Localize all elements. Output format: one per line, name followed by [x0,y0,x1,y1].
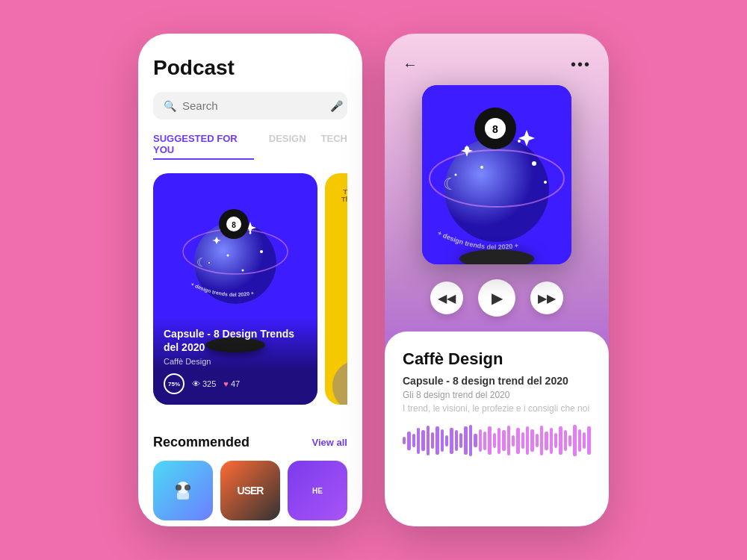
recommended-section: Recommended View all USER HE [138,420,362,520]
waveform-bar [583,432,586,449]
prev-icon: ◀◀ [438,291,456,305]
card-artwork: 8 ☾ + design trends del 2020 + [176,188,295,308]
waveform-bar [421,430,424,451]
episode-title: Capsule - 8 design trend del 2020 [403,375,591,387]
tab-suggested[interactable]: SUGGESTED FOR YOU [153,133,254,160]
waveform-bar [550,428,553,454]
svg-text:☾: ☾ [196,256,207,269]
back-button[interactable]: ← [403,56,418,73]
waveform-bar [431,432,434,449]
waveform-bar [536,434,539,447]
waveform-bar [441,429,444,452]
waveform-bar [479,429,482,452]
svg-text:8: 8 [492,123,498,135]
svg-point-5 [227,255,229,257]
right-phone: ← ••• [385,34,609,526]
rec-cards: USER HE [153,461,347,520]
waveform-bar [459,433,462,448]
tabs-bar: SUGGESTED FOR YOU DESIGN TECH [153,133,347,160]
episode-desc1: Gli 8 design trend del 2020 [403,390,591,400]
rec-card-3[interactable]: HE [288,461,347,520]
tab-design[interactable]: DESIGN [269,133,306,160]
waveform-bar [530,429,533,452]
svg-point-25 [532,161,536,166]
waveform-bar [450,428,453,454]
search-icon: 🔍 [164,100,176,112]
waveform-bar [521,432,524,449]
waveform-bar [488,426,491,455]
waveform-bar [493,433,496,448]
card-title: Capsule - 8 Design Trends del 2020 [164,327,307,354]
svg-text:☾: ☾ [443,175,458,193]
side-card-label: ThThe [325,188,347,203]
waveform-bar [502,430,505,451]
play-icon: ▶ [492,289,503,307]
svg-point-16 [176,485,182,491]
tab-tech[interactable]: TECH [321,133,347,160]
player-controls: ◀◀ ▶ ▶▶ [385,279,609,317]
svg-point-8 [242,270,244,272]
right-header: ← ••• [385,34,609,85]
mic-icon[interactable]: 🎤 [330,100,343,112]
svg-point-7 [208,262,210,264]
waveform-bar [436,426,438,455]
waveform-bar [545,432,548,450]
waveform-bar [540,426,543,455]
album-art-container: 8 ☾ + design trends del 2020 + [385,85,609,264]
waveform-bar [483,432,486,450]
heart-icon: ♥ [223,379,229,388]
waveform-bar [516,428,519,454]
svg-point-20 [444,137,549,242]
waveform-bar [469,425,472,456]
card-author: Caffè Design [164,357,307,366]
waveform-bar [526,426,529,455]
waveform-bar [568,435,571,447]
search-input[interactable] [182,99,324,112]
waveform-bar [578,429,581,452]
search-bar[interactable]: 🔍 🎤 [153,92,347,119]
waveform-bar [427,426,430,455]
waveform-bar [474,434,477,447]
svg-point-27 [544,181,547,184]
waveform-bar [554,433,557,448]
left-phone: Podcast 🔍 🎤 SUGGESTED FOR YOU DESIGN TEC… [138,34,362,526]
svg-rect-18 [177,492,189,500]
waveform-bar [464,426,467,455]
waveform-bar [498,428,500,454]
next-button[interactable]: ▶▶ [530,281,563,314]
view-all-link[interactable]: View all [312,437,347,448]
waveform-bar [445,435,448,447]
waveform-bar [507,426,510,455]
next-icon: ▶▶ [538,291,556,305]
svg-point-23 [518,140,521,143]
eye-icon: 👁 [192,379,200,388]
waveform-bar [559,426,562,455]
section-title: Recommended [153,435,249,450]
featured-card-main[interactable]: 8 ☾ + design trends del 2020 + Capsule -… [153,173,317,405]
prev-button[interactable]: ◀◀ [430,281,463,314]
views-stat: 👁 325 [192,379,216,388]
episode-desc2: I trend, le visioni, le profezie e i con… [403,403,591,414]
more-button[interactable]: ••• [571,56,591,73]
progress-ring: 75% [164,373,185,394]
podcast-brand: Caffè Design [403,349,591,369]
waveform-bar [587,426,590,455]
waveform-bar [412,434,415,447]
waveform [403,426,591,455]
waveform-bar [455,430,458,451]
likes-stat: ♥ 47 [223,379,240,388]
rec-card-2[interactable]: USER [220,461,280,520]
play-button[interactable]: ▶ [478,279,515,317]
album-art: 8 ☾ + design trends del 2020 + [422,85,571,264]
featured-card-side[interactable]: ThThe [325,173,347,405]
svg-point-6 [260,250,263,253]
card-info: Capsule - 8 Design Trends del 2020 Caffè… [153,317,317,405]
page-title: Podcast [153,56,347,80]
svg-text:8: 8 [232,221,236,229]
waveform-bar [403,437,406,444]
featured-cards: 8 ☾ + design trends del 2020 + Capsule -… [153,173,347,405]
waveform-bar [573,425,576,456]
waveform-bar [512,435,515,447]
rec-card-1[interactable] [153,461,213,520]
waveform-bar [564,430,567,451]
